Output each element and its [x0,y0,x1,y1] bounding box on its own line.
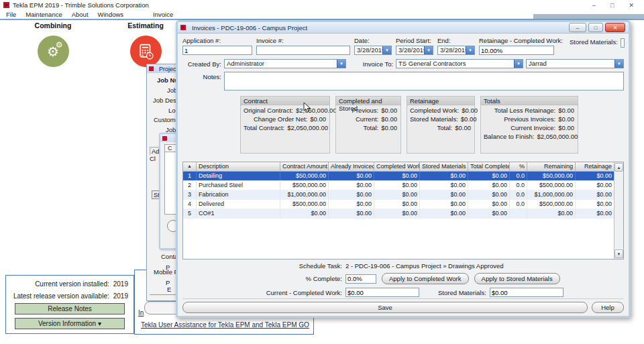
table-cell: Detailing [197,172,280,180]
group-row: Total Less Retainage:$0.00 [481,105,578,114]
column-header[interactable]: Contract Amount [280,162,329,171]
created-by-combobox[interactable]: Administrator ▼ [224,59,346,68]
stored-materials-field: Stored Materials: [567,37,628,55]
maximize-icon[interactable]: □ [610,2,614,9]
group-row-label: Completed Work: [410,107,459,114]
column-header[interactable]: Description [197,162,280,171]
chevron-down-icon[interactable]: ▼ [424,46,433,54]
created-by-label: Created By: [182,60,221,68]
column-header[interactable]: Completed Work [374,162,420,171]
table-cell: Delivered [197,200,280,209]
chevron-down-icon[interactable]: ▼ [337,60,345,68]
group-row-value: $0.00 [381,115,397,123]
dialog-body: Application #: Invoice #: Date: 3/28/201… [178,34,629,317]
column-header[interactable]: Retainage [576,162,614,171]
calculator-icon [137,43,154,60]
help-button[interactable]: Help [592,302,624,313]
group-row: Stored Materials:$0.00 [407,114,474,123]
table-row[interactable]: 5CO#1$0.00$0.00$0.00$0.00$0.00$0.00$0.00 [183,209,614,219]
table-row[interactable]: 1Detailing$50,000.00$0.00$0.00$0.00$0.00… [183,172,614,181]
table-row[interactable]: 3Fabrication$1,000,000.00$0.00$0.00$0.00… [183,190,614,200]
group-row: Previous:$0.00 [336,105,400,114]
sort-indicator-icon[interactable]: ▲ [183,162,197,171]
link-fragment[interactable]: In [138,309,144,317]
menu-item-windows[interactable]: Windows [98,11,124,18]
close-icon[interactable]: ✕ [629,2,634,9]
current-completed-work-input[interactable] [345,288,419,297]
vertical-scrollbar[interactable]: ▲ ▼ [614,162,623,259]
invoice-to-combobox[interactable]: TS General Contractors ▼ [396,59,523,68]
group-row-value: $2,050,000.00 [537,133,578,140]
group-row: Previous Invoices:$0.00 [481,114,578,123]
table-cell: $0.00 [420,200,468,209]
menu-item-file[interactable]: File [6,11,16,18]
module-estimating[interactable]: Estimating [115,21,176,67]
tekla-user-assistance-link[interactable]: Tekla User Assistance for Tekla EPM and … [141,321,309,329]
menu-item-about[interactable]: About [72,11,89,18]
apply-to-stored-materials-button[interactable]: Apply to Stored Materials [474,273,560,284]
notes-textarea[interactable] [224,72,624,91]
release-notes-button[interactable]: Release Notes [15,303,125,314]
created-by-value: Administrator [225,60,337,68]
group-row: Total Contract:$2,050,000.00 [241,123,329,131]
tab-fragment[interactable]: Cl [150,155,156,162]
close-icon[interactable]: ✕ [605,23,625,32]
save-button[interactable]: Save [182,302,588,313]
table-cell: $0.00 [576,172,614,180]
invoice-contact-combobox[interactable]: Jarrad ▼ [526,59,624,68]
calculator-clock-icon[interactable] [130,36,162,67]
menu-item-invoice[interactable]: Invoice [153,11,173,18]
percent-complete-input[interactable] [345,274,376,284]
combining-gears-icon[interactable]: ⚙ ⚙ [38,36,69,67]
date-combobox[interactable]: 3/28/2019 ▼ [354,46,392,55]
minimize-icon[interactable]: – [569,23,586,32]
period-start-value: 3/28/2019 [396,46,424,54]
module-combining[interactable]: Combining ⚙ ⚙ [22,21,84,67]
chevron-down-icon[interactable]: ▼ [466,46,474,54]
column-header[interactable]: % [510,162,527,171]
table-cell: $0.00 [420,190,468,199]
retainage-completed-input[interactable] [479,46,554,55]
chevron-down-icon[interactable]: ▼ [614,60,623,68]
table-cell: $50,000.00 [527,172,576,180]
column-header[interactable]: Total Complete [468,162,510,171]
table-row[interactable]: 4Delivered$500,000.00$0.00$0.00$0.00$0.0… [183,200,614,209]
stored-materials-input[interactable] [621,38,625,48]
column-header[interactable]: Already Invoiced [329,162,374,171]
end-combobox[interactable]: 3/28/2019 ▼ [437,46,475,55]
dialog-titlebar[interactable]: Invoices - PDC-19-006 - Campus Project –… [178,22,629,34]
table-cell: $0.00 [329,190,374,199]
table-cell: $0.00 [329,209,374,218]
current-version-row: Current version installed:2019 [6,280,133,288]
summary-group: Completed and StoredPrevious:$0.00Curren… [335,96,401,154]
minimize-icon[interactable]: – [592,2,596,9]
scroll-down-icon[interactable]: ▼ [614,249,623,258]
application-input[interactable] [182,46,252,55]
table-cell: $0.00 [576,209,614,218]
table-row[interactable]: 2Purchased Steel$500,000.00$0.00$0.00$0.… [183,181,614,190]
group-row-value: $0.00 [381,107,397,114]
invoice-input[interactable] [256,46,350,55]
column-header[interactable]: Stored Materials [420,162,468,171]
screen: Tekla EPM 2019 - Trimble Solutions Corpo… [0,0,644,344]
current-version-label: Current version installed: [35,280,109,288]
group-row-value: $0.00 [558,107,574,114]
period-start-field: Period Start: 3/28/2019 ▼ [396,37,433,55]
header-fields-row: Application #: Invoice #: Date: 3/28/201… [182,37,624,55]
maximize-icon[interactable]: □ [588,23,603,32]
chevron-down-icon[interactable]: ▼ [514,60,523,68]
table-cell: $0.00 [468,181,510,190]
period-start-combobox[interactable]: 3/28/2019 ▼ [396,46,433,55]
table-cell: 0.0 [510,200,527,209]
group-row-value: $0.00 [455,124,471,131]
table-cell: $0.00 [576,190,614,199]
version-information-button[interactable]: Version Information ▾ [15,318,125,329]
column-header[interactable]: Remaining [527,162,576,171]
menu-item-maintenance[interactable]: Maintenance [25,11,62,18]
group-row: Total:$0.00 [336,123,400,131]
stored-materials-footer-input[interactable] [490,288,564,297]
table-cell: $1,000,000.00 [527,190,576,199]
scroll-up-icon[interactable]: ▲ [614,163,623,172]
chevron-down-icon[interactable]: ▼ [382,46,391,54]
apply-to-completed-work-button[interactable]: Apply to Completed Work [382,273,469,284]
